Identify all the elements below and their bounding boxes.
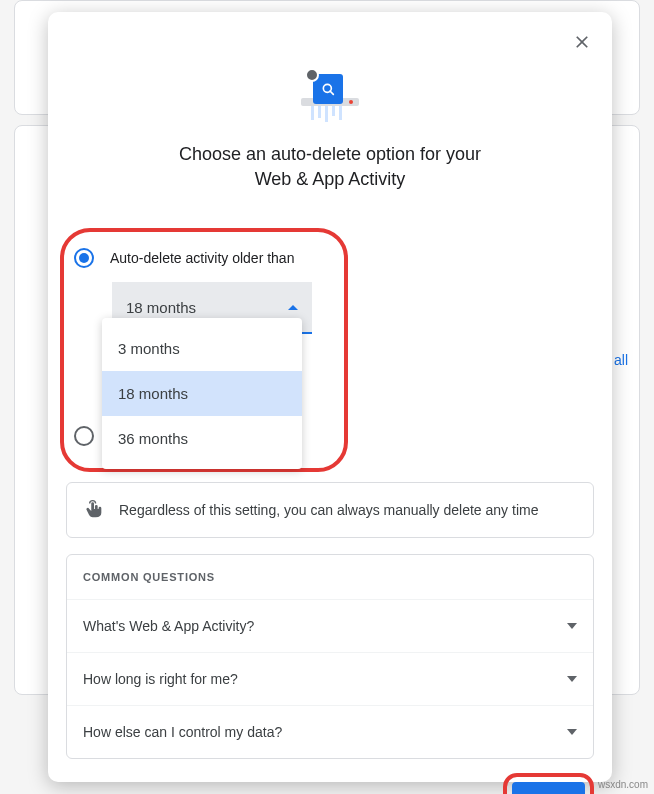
next-button[interactable]: Next: [512, 782, 585, 794]
modal-title: Choose an auto-delete option for your We…: [48, 142, 612, 192]
caret-up-icon: [288, 305, 298, 310]
radio-unchecked-icon: [74, 426, 94, 446]
shredder-icon: [301, 72, 359, 124]
chevron-down-icon: [567, 623, 577, 629]
tap-icon: [83, 499, 105, 521]
hero-section: Choose an auto-delete option for your We…: [48, 12, 612, 212]
option-label: Auto-delete activity older than: [110, 250, 294, 266]
dropdown-item[interactable]: 36 months: [102, 416, 302, 461]
dropdown-item[interactable]: 18 months: [102, 371, 302, 416]
modal-footer: Cancel Next: [48, 759, 612, 794]
svg-rect-5: [339, 106, 342, 120]
close-icon: [572, 32, 592, 52]
watermark: wsxdn.com: [598, 779, 648, 790]
radio-checked-icon: [74, 248, 94, 268]
close-button[interactable]: [572, 32, 592, 56]
svg-rect-3: [325, 106, 328, 122]
option-auto-delete[interactable]: Auto-delete activity older than: [70, 246, 338, 272]
faq-item[interactable]: How else can I control my data?: [67, 705, 593, 758]
svg-rect-2: [318, 106, 321, 118]
dropdown-item[interactable]: 3 months: [102, 326, 302, 371]
faq-header: COMMON QUESTIONS: [67, 555, 593, 599]
svg-rect-1: [311, 106, 314, 120]
select-value: 18 months: [126, 299, 196, 316]
cancel-button[interactable]: Cancel: [422, 784, 494, 794]
auto-delete-modal: Choose an auto-delete option for your We…: [48, 12, 612, 782]
duration-dropdown: 3 months 18 months 36 months: [102, 318, 302, 469]
highlight-next-button: Next: [503, 773, 594, 794]
manual-delete-note: Regardless of this setting, you can alwa…: [66, 482, 594, 538]
faq-section: COMMON QUESTIONS What's Web & App Activi…: [66, 554, 594, 759]
faq-item[interactable]: What's Web & App Activity?: [67, 599, 593, 652]
faq-item[interactable]: How long is right for me?: [67, 652, 593, 705]
svg-rect-4: [332, 106, 335, 116]
chevron-down-icon: [567, 729, 577, 735]
svg-point-6: [349, 100, 353, 104]
chevron-down-icon: [567, 676, 577, 682]
